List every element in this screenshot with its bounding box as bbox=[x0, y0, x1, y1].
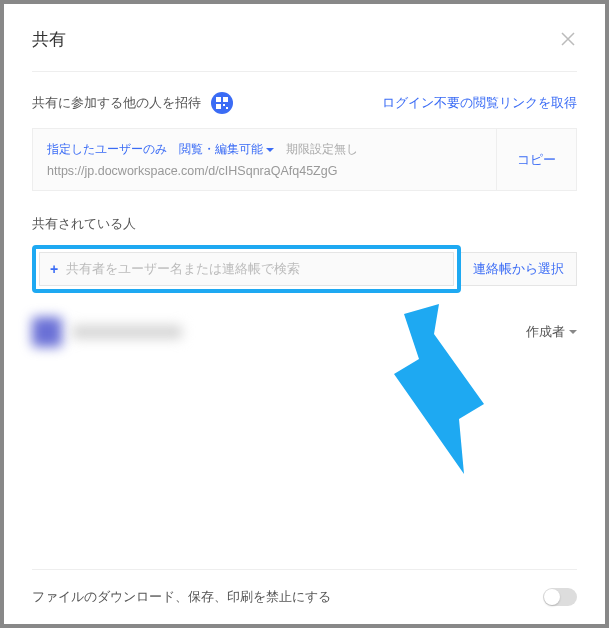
copy-button[interactable]: コピー bbox=[496, 129, 576, 190]
share-url-box: 指定したユーザーのみ 閲覧・編集可能 期限設定無し https://jp.doc… bbox=[32, 128, 577, 191]
search-input-wrap[interactable]: + bbox=[39, 252, 454, 286]
table-row: 作成者 bbox=[32, 311, 577, 353]
close-icon[interactable] bbox=[561, 32, 577, 48]
dialog-title: 共有 bbox=[32, 28, 66, 51]
url-left: 指定したユーザーのみ 閲覧・編集可能 期限設定無し https://jp.doc… bbox=[33, 129, 496, 190]
permission-label: 閲覧・編集可能 bbox=[179, 141, 263, 158]
svg-rect-4 bbox=[226, 107, 228, 109]
chevron-down-icon bbox=[266, 146, 274, 154]
plus-icon: + bbox=[50, 261, 58, 277]
chevron-down-icon bbox=[569, 328, 577, 336]
dialog-header: 共有 bbox=[32, 28, 577, 72]
search-input[interactable] bbox=[66, 262, 443, 276]
permission-dropdown[interactable]: 閲覧・編集可能 bbox=[179, 141, 274, 158]
restrict-download-label: ファイルのダウンロード、保存、印刷を禁止にする bbox=[32, 588, 331, 606]
role-dropdown[interactable]: 作成者 bbox=[526, 323, 577, 341]
svg-rect-0 bbox=[216, 97, 221, 102]
share-url: https://jp.docworkspace.com/d/cIHSqnraQA… bbox=[47, 164, 482, 178]
invite-row: 共有に参加する他の人を招待 ログイン不要の閲覧リンクを取得 bbox=[32, 72, 577, 128]
user-name-redacted bbox=[72, 325, 182, 339]
search-row: + 連絡帳から選択 bbox=[32, 245, 577, 293]
search-highlight-frame: + bbox=[32, 245, 461, 293]
svg-rect-1 bbox=[223, 97, 228, 102]
svg-rect-3 bbox=[223, 104, 225, 106]
permission-scope: 指定したユーザーのみ bbox=[47, 141, 167, 158]
spacer bbox=[32, 353, 577, 569]
avatar bbox=[32, 317, 62, 347]
invite-text: 共有に参加する他の人を招待 bbox=[32, 94, 201, 112]
share-dialog: 共有 共有に参加する他の人を招待 ログイン不要の閲覧リンクを取得 指定したユーザ… bbox=[4, 4, 605, 624]
restrict-download-toggle[interactable] bbox=[543, 588, 577, 606]
invite-left: 共有に参加する他の人を招待 bbox=[32, 92, 233, 114]
dialog-footer: ファイルのダウンロード、保存、印刷を禁止にする bbox=[32, 569, 577, 606]
svg-rect-2 bbox=[216, 104, 221, 109]
toggle-knob bbox=[544, 589, 560, 605]
shared-with-label: 共有されている人 bbox=[32, 215, 577, 233]
expiry-label: 期限設定無し bbox=[286, 141, 358, 158]
select-from-contacts-button[interactable]: 連絡帳から選択 bbox=[461, 252, 577, 286]
permission-row: 指定したユーザーのみ 閲覧・編集可能 期限設定無し bbox=[47, 141, 482, 158]
user-info bbox=[32, 317, 182, 347]
role-label: 作成者 bbox=[526, 323, 565, 341]
get-view-link[interactable]: ログイン不要の閲覧リンクを取得 bbox=[382, 94, 577, 112]
qr-code-icon[interactable] bbox=[211, 92, 233, 114]
